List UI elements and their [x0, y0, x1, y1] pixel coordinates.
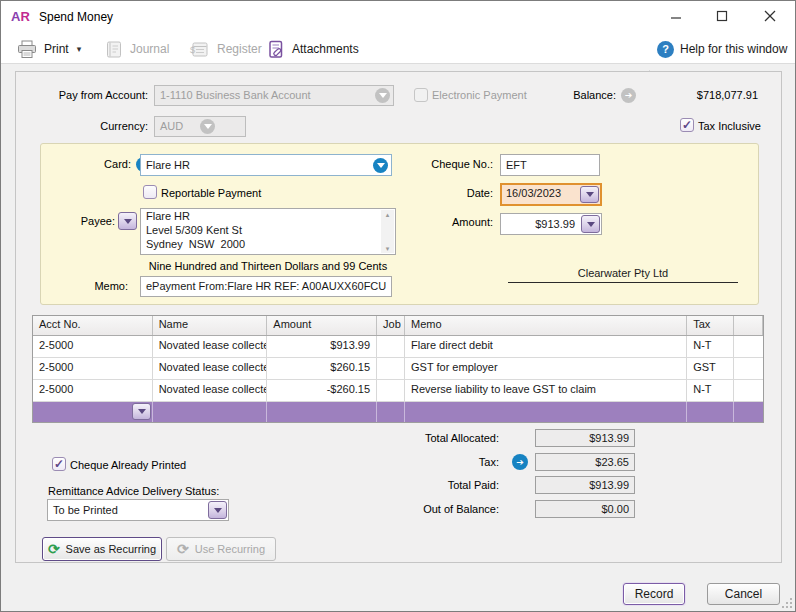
table-row: 2-5000 Novated lease collecte $913.99 Fl… [33, 336, 763, 358]
cell-tax[interactable]: N-T [687, 380, 734, 401]
window-title: Spend Money [39, 10, 113, 24]
help-button[interactable]: ? Help for this window [657, 37, 787, 61]
cheque-no-input[interactable]: EFT [500, 154, 600, 176]
checkmark-icon: ✓ [54, 457, 64, 471]
electronic-payment-checkbox [414, 88, 428, 102]
close-button[interactable] [753, 1, 787, 31]
reportable-payment-checkbox[interactable] [143, 185, 157, 199]
amount-dropdown-button[interactable] [581, 215, 600, 233]
amount-input[interactable]: $913.99 [500, 213, 602, 235]
resize-grip[interactable] [780, 596, 792, 608]
cell-tax[interactable]: GST [687, 358, 734, 379]
maximize-button[interactable] [705, 1, 739, 31]
minimize-button[interactable] [659, 1, 693, 31]
cell-memo[interactable]: Reverse liability to leave GST to claim [405, 380, 687, 401]
scroll-up-icon[interactable]: ▴ [386, 211, 390, 218]
cell-memo[interactable]: GST for employer [405, 358, 687, 379]
payee-dropdown-button[interactable] [118, 212, 137, 230]
register-button: $ Register [189, 37, 262, 61]
maximize-icon [716, 10, 728, 22]
column-header-tax: Tax [687, 316, 734, 335]
remittance-status-select[interactable]: To be Printed [47, 499, 229, 521]
payee-line: Sydney NSW 2000 [141, 237, 395, 251]
checkmark-icon: ✓ [682, 118, 692, 132]
memo-input[interactable]: ePayment From:Flare HR REF: A00AUXX60FCU [140, 276, 392, 297]
use-recurring-button: ⟳ Use Recurring [166, 537, 276, 561]
toolbar: Print ▾ Journal $ Register [1, 33, 795, 64]
total-allocated-value: $913.99 [535, 429, 635, 447]
remittance-status-label: Remittance Advice Delivery Status: [48, 485, 268, 497]
save-as-recurring-button[interactable]: ⟳ Save as Recurring [42, 537, 162, 561]
cell-name[interactable]: Novated lease collecte [153, 380, 268, 401]
date-label: Date: [393, 187, 493, 199]
date-dropdown-button[interactable] [580, 186, 599, 203]
allocation-table: Acct No. Name Amount Job Memo Tax 2-5000… [32, 315, 764, 423]
cheque-no-label: Cheque No.: [393, 158, 493, 170]
register-icon: $ [189, 40, 211, 59]
help-icon: ? [657, 41, 674, 58]
cheque-already-printed-checkbox[interactable]: ✓ [52, 457, 66, 471]
amount-in-words: Nine Hundred and Thirteen Dollars and 99… [140, 260, 396, 272]
close-icon [764, 10, 776, 22]
currency-label: Currency: [24, 120, 148, 132]
table-entry-row-active[interactable] [33, 402, 763, 422]
cell-acct[interactable]: 2-5000 [33, 358, 153, 379]
scroll-down-icon[interactable]: ▾ [386, 245, 390, 252]
reportable-payment-label: Reportable Payment [161, 187, 291, 199]
account-dropdown-icon [375, 88, 390, 103]
minimize-icon [670, 10, 682, 22]
cell-amount[interactable]: $913.99 [267, 336, 377, 357]
main-panel: Pay from Account: 1-1110 Business Bank A… [15, 71, 782, 563]
memo-label: Memo: [61, 280, 128, 292]
total-allocated-label: Total Allocated: [359, 432, 499, 444]
cancel-button[interactable]: Cancel [707, 583, 780, 605]
total-paid-value: $913.99 [535, 476, 635, 494]
payee-label: Payee: [61, 215, 115, 227]
table-header-row: Acct No. Name Amount Job Memo Tax [33, 316, 763, 336]
cell-acct[interactable]: 2-5000 [33, 380, 153, 401]
payee-address-box[interactable]: Flare HR Level 5/309 Kent St Sydney NSW … [140, 208, 396, 255]
record-button[interactable]: Record [623, 583, 685, 605]
balance-value: $718,077.91 [638, 89, 758, 101]
cell-amount[interactable]: -$260.15 [267, 380, 377, 401]
cell-blank [734, 336, 763, 357]
column-header-memo: Memo [405, 316, 687, 335]
cell-job[interactable] [377, 380, 405, 401]
cell-job[interactable] [377, 358, 405, 379]
accountright-logo-icon: AR [11, 9, 30, 24]
column-header-blank [734, 316, 763, 335]
cell-tax[interactable]: N-T [687, 336, 734, 357]
cell-amount[interactable]: $260.15 [267, 358, 377, 379]
cell-name[interactable]: Novated lease collecte [153, 358, 268, 379]
table-row: 2-5000 Novated lease collecte -$260.15 R… [33, 380, 763, 402]
balance-zoom-arrow-icon[interactable]: ➔ [621, 88, 636, 103]
remittance-dropdown-button[interactable] [208, 501, 227, 519]
cell-blank [734, 358, 763, 379]
cell-job[interactable] [377, 336, 405, 357]
column-header-acct: Acct No. [33, 316, 153, 335]
column-header-name: Name [153, 316, 268, 335]
card-label: Card: [61, 158, 131, 170]
card-input[interactable]: Flare HR [140, 154, 392, 176]
pay-from-account-select: 1-1110 Business Bank Account [154, 85, 394, 106]
pay-from-account-label: Pay from Account: [24, 89, 148, 101]
title-bar: AR Spend Money [1, 1, 795, 33]
signature-line: Clearwater Pty Ltd [508, 267, 738, 283]
tax-zoom-arrow-icon[interactable]: ➔ [512, 454, 528, 470]
column-header-job: Job [377, 316, 405, 335]
payee-line: Flare HR [141, 209, 395, 223]
cell-name[interactable]: Novated lease collecte [153, 336, 268, 357]
cell-acct[interactable]: 2-5000 [33, 336, 153, 357]
date-input[interactable]: 16/03/2023 [500, 183, 602, 206]
tax-inclusive-checkbox[interactable]: ✓ [680, 118, 694, 132]
print-button[interactable]: Print ▾ [16, 37, 81, 61]
journal-button: Journal [104, 37, 169, 61]
attachments-button[interactable]: Attachments [267, 37, 359, 61]
account-picker-dropdown-button[interactable] [132, 403, 151, 420]
cell-memo[interactable]: Flare direct debit [405, 336, 687, 357]
amount-label: Amount: [393, 216, 493, 228]
print-dropdown-caret-icon[interactable]: ▾ [77, 44, 82, 54]
cheque-area: Card: ➔ Flare HR Cheque No.: EFT Reporta… [40, 143, 759, 305]
card-dropdown-icon[interactable] [373, 158, 388, 173]
tax-label: Tax: [359, 456, 499, 468]
